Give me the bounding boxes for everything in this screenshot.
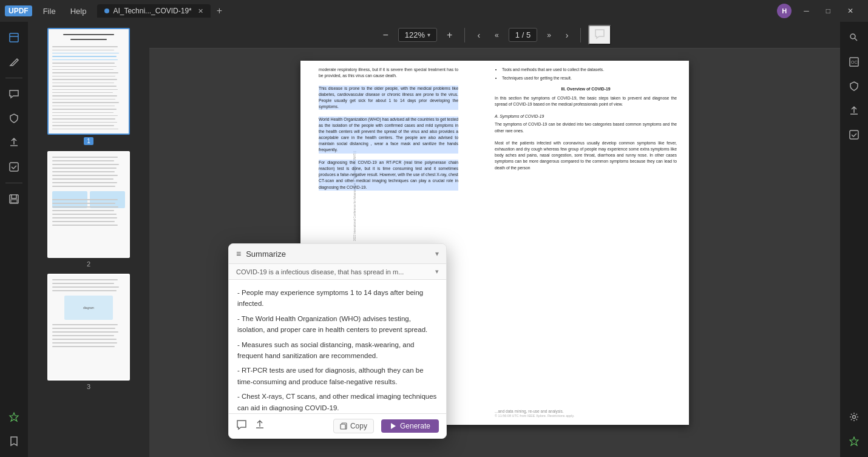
right-share-button[interactable] [843, 100, 865, 121]
copy-button[interactable]: Copy [333, 419, 374, 433]
avatar[interactable]: H [777, 4, 792, 18]
svg-marker-5 [10, 413, 18, 421]
document-tab[interactable]: AI_Techni..._COVID-19* ✕ [97, 4, 210, 18]
ai-popup-title: Summarize [246, 249, 430, 259]
menu-help[interactable]: Help [64, 4, 93, 18]
thumbnail-page-label-2: 2 [87, 260, 90, 268]
thumbnail-panel: 1 [28, 22, 149, 457]
ai-footer-share-icon[interactable] [254, 419, 265, 433]
maximize-button[interactable]: □ [821, 5, 835, 16]
ai-content-line-2: - The World Health Organization (WHO) ad… [237, 313, 438, 336]
sidebar-item-protect[interactable] [3, 107, 25, 129]
next-page-button[interactable]: › [561, 28, 574, 42]
toolbar-sep-1 [464, 28, 465, 42]
thumbnail-page-1[interactable]: 1 [34, 28, 143, 145]
svg-marker-7 [391, 423, 396, 429]
close-window-button[interactable]: ✕ [843, 5, 858, 16]
right-search-button[interactable] [843, 27, 865, 49]
prev-page-button[interactable]: ‹ [472, 28, 485, 42]
pdf-bullet-1: Tools and methods that are used to colle… [502, 67, 677, 73]
pdf-section-a: A. Symptoms of COVID-19 [495, 113, 677, 120]
right-settings-button[interactable] [843, 406, 865, 428]
sidebar-item-share[interactable] [3, 132, 25, 154]
svg-rect-6 [341, 424, 345, 429]
svg-rect-11 [850, 130, 858, 139]
ai-footer-chat-icon[interactable] [236, 419, 247, 433]
zoom-in-button[interactable]: + [442, 27, 457, 43]
toolbar: − 122% ▾ + ‹ « 1 / 5 » › [149, 22, 840, 49]
zoom-display[interactable]: 122% ▾ [398, 28, 437, 42]
right-check-button[interactable] [843, 124, 865, 146]
zoom-dropdown-icon[interactable]: ▾ [427, 32, 430, 38]
title-bar: UPDF File Help AI_Techni..._COVID-19* ✕ … [0, 0, 868, 22]
ai-popup-subtext: COVID-19 is a infectious disease, that h… [236, 268, 435, 276]
sidebar-divider [5, 78, 22, 78]
sidebar-item-save[interactable] [3, 188, 25, 210]
generate-icon [390, 422, 397, 430]
sidebar-item-home[interactable] [3, 27, 25, 49]
zoom-out-button[interactable]: − [378, 27, 393, 43]
menu-file[interactable]: File [37, 4, 62, 18]
pdf-text-who: World Health Organization (WHO) has advi… [319, 117, 458, 154]
pdf-bullet-2: Techniques used for getting the result. [502, 75, 677, 81]
summarize-icon: ≡ [236, 249, 241, 259]
svg-rect-4 [11, 200, 17, 203]
sidebar-item-comment[interactable] [3, 83, 25, 105]
thumbnail-image-2 [47, 151, 130, 258]
ai-popup-collapse-button[interactable]: ▾ [435, 249, 439, 258]
ai-popup-subheader[interactable]: COVID-19 is a infectious disease, that h… [229, 264, 446, 280]
svg-marker-13 [850, 437, 858, 445]
ai-content-line-4: - RT-PCR tests are used for diagnosis, a… [237, 365, 438, 387]
minimize-button[interactable]: ─ [799, 5, 814, 16]
thumbnail-page-num-1: 1 [84, 137, 93, 145]
last-page-button[interactable]: » [542, 29, 556, 42]
toolbar-sep-2 [580, 28, 581, 42]
pdf-text-pcr: For diagnosing the COVID-19 an RT-PCR (r… [319, 160, 458, 191]
ai-popup-subheader-chevron[interactable]: ▾ [435, 268, 439, 276]
right-protect-button[interactable] [843, 75, 865, 97]
copy-icon [340, 422, 347, 430]
page-indicator: 1 / 5 [509, 28, 537, 42]
thumbnail-page-3[interactable]: diagram 3 [34, 274, 143, 390]
pdf-page-container: 2022 International Conference for Advanc… [149, 49, 840, 457]
main-layout: 1 [0, 22, 868, 457]
thumbnail-page-label-3: 3 [87, 383, 90, 390]
tab-close-button[interactable]: ✕ [198, 7, 203, 15]
thumbnail-image-1 [47, 28, 130, 135]
ai-popup: ≡ Summarize ▾ COVID-19 is a infectious d… [228, 243, 447, 439]
svg-text:OCR: OCR [851, 60, 859, 64]
generate-button[interactable]: Generate [381, 419, 439, 433]
svg-rect-2 [10, 163, 18, 171]
sidebar-item-bookmark[interactable] [3, 430, 25, 452]
sidebar-item-ai[interactable] [3, 406, 25, 428]
ai-content-line-3: - Measures such as social distancing, ma… [237, 339, 438, 362]
left-sidebar [0, 22, 28, 457]
pdf-footer-text: ...and data mining, re-use and analysis.… [495, 408, 677, 419]
svg-point-12 [853, 416, 856, 419]
svg-rect-0 [10, 33, 18, 42]
generate-label: Generate [400, 422, 430, 430]
pdf-text-top: moderate respiratory illness, but if it … [319, 67, 458, 79]
right-ocr-button[interactable]: OCR [843, 51, 865, 73]
new-tab-button[interactable]: + [213, 4, 226, 18]
ai-content-line-1: - People may experience symptoms 1 to 14… [237, 287, 438, 310]
right-ai-button[interactable] [843, 430, 865, 452]
tab-modified-dot [104, 8, 109, 13]
page-total: 5 [526, 30, 531, 39]
app-logo: UPDF [5, 5, 32, 16]
ai-popup-header: ≡ Summarize ▾ [229, 244, 446, 264]
title-bar-controls: H ─ □ ✕ [777, 4, 858, 18]
tab-label: AI_Techni..._COVID-19* [113, 7, 191, 15]
copy-label: Copy [350, 422, 367, 430]
right-panel: OCR [840, 22, 868, 457]
zoom-level: 122% [405, 30, 425, 39]
ai-popup-content: - People may experience symptoms 1 to 14… [229, 280, 446, 413]
pdf-section-iii-text: In this section the symptoms of COVID-19… [495, 95, 677, 107]
thumbnail-page-2[interactable]: 2 [34, 151, 143, 268]
sidebar-item-edit[interactable] [3, 51, 25, 73]
pdf-section-iii: III. Overview of COVID-19 [495, 86, 677, 92]
sidebar-item-check[interactable] [3, 156, 25, 178]
first-page-button[interactable]: « [490, 29, 504, 42]
comment-button[interactable] [588, 25, 611, 45]
pdf-text-disease: This disease is prone to the older peopl… [319, 86, 458, 110]
